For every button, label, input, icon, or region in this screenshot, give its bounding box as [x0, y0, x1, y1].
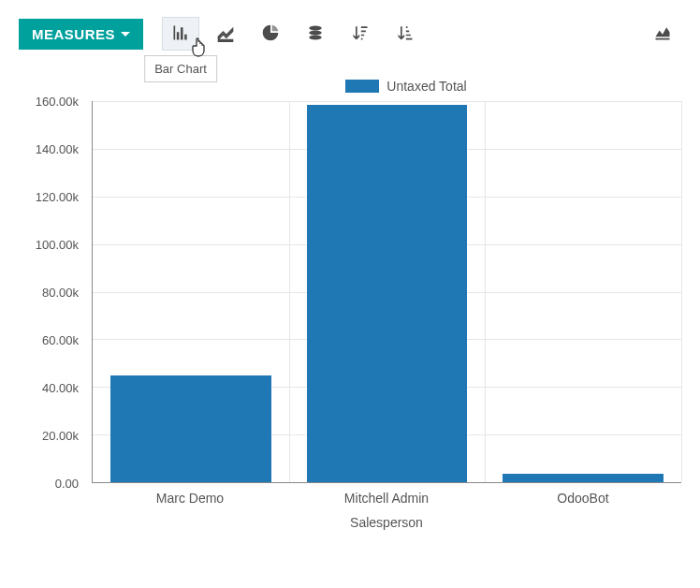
legend-label: Untaxed Total: [386, 79, 466, 94]
x-label: Marc Demo: [156, 491, 224, 506]
chevron-down-icon: [121, 32, 130, 37]
sort-desc-icon: [351, 23, 370, 45]
stacked-icon: [306, 23, 325, 45]
y-tick: 40.00k: [42, 381, 79, 395]
pie-chart-icon: [261, 23, 280, 45]
y-tick: 100.00k: [36, 238, 79, 252]
area-chart-button[interactable]: [644, 17, 681, 51]
svg-point-2: [309, 35, 321, 39]
pie-chart-button[interactable]: [252, 17, 289, 51]
y-tick: 80.00k: [42, 286, 79, 300]
bar-odoobot[interactable]: [503, 474, 664, 482]
x-axis-title: Salesperson: [92, 515, 681, 530]
y-tick: 160.00k: [36, 95, 79, 109]
sort-asc-icon: [396, 23, 415, 45]
sort-desc-button[interactable]: [342, 17, 379, 51]
area-chart-icon: [653, 23, 672, 45]
y-tick: 20.00k: [42, 429, 79, 443]
y-tick: 120.00k: [36, 190, 79, 204]
svg-point-1: [309, 30, 321, 35]
bar-mitchell-admin[interactable]: [307, 105, 468, 482]
stacked-button[interactable]: [297, 17, 334, 51]
svg-point-0: [309, 25, 321, 30]
bar-marc-demo[interactable]: [110, 375, 271, 482]
y-axis: 0.00 20.00k 40.00k 60.00k 80.00k 100.00k…: [19, 101, 86, 483]
y-tick: 140.00k: [36, 142, 79, 156]
measures-label: MEASURES: [32, 26, 115, 42]
x-label: OdooBot: [557, 491, 608, 506]
plot-area: [92, 101, 681, 483]
legend-swatch: [345, 80, 379, 93]
chart: 0.00 20.00k 40.00k 60.00k 80.00k 100.00k…: [19, 101, 681, 532]
line-chart-button[interactable]: [207, 17, 244, 51]
x-axis: Marc Demo Mitchell Admin OdooBot: [92, 491, 681, 509]
measures-button[interactable]: MEASURES: [19, 19, 143, 50]
tooltip-bar-chart: Bar Chart: [144, 55, 217, 82]
toolbar: MEASURES Bar Chart: [0, 0, 700, 62]
bar-chart-button[interactable]: Bar Chart: [162, 17, 199, 51]
bar-chart-icon: [171, 23, 190, 45]
y-tick: 0.00: [55, 477, 79, 491]
y-tick: 60.00k: [42, 333, 79, 347]
line-chart-icon: [216, 23, 235, 45]
sort-asc-button[interactable]: [386, 17, 424, 51]
x-label: Mitchell Admin: [344, 491, 429, 506]
